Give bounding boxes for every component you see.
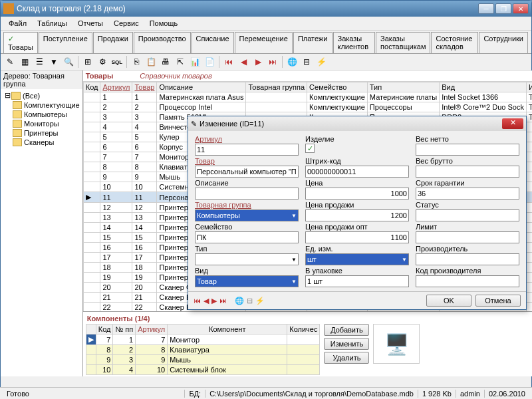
tovar-label: Товар — [195, 157, 299, 166]
vesnetto-input[interactable] — [416, 144, 519, 156]
tree-root[interactable]: ⊟(Все) — [2, 90, 81, 100]
tool-del-icon[interactable]: ⊟ — [300, 55, 313, 68]
menu-tables[interactable]: Таблицы — [32, 18, 72, 29]
kodp-label: Код производителя — [416, 267, 519, 275]
tool-edit-icon[interactable]: ✎ — [3, 55, 17, 68]
tool-print-icon[interactable]: 🖶 — [159, 55, 172, 68]
close-button[interactable]: ✕ — [513, 3, 529, 14]
table-row[interactable]: 10410Системный блок — [86, 365, 320, 375]
tovar-input[interactable] — [195, 166, 299, 178]
tool-paste-icon[interactable]: 📋 — [144, 55, 158, 68]
edit-button[interactable]: Изменить — [324, 338, 369, 350]
column-header[interactable]: Описание — [157, 82, 246, 92]
delete-button[interactable]: Удалить — [324, 352, 369, 364]
tab-stock-state[interactable]: Состояние складов — [431, 32, 478, 53]
tool-filter-icon[interactable]: ☰ — [33, 55, 46, 68]
menu-file[interactable]: Файл — [3, 18, 32, 29]
table-row[interactable]: 11Материнская плата AsusКомплектующиеМат… — [83, 92, 532, 102]
nav-first-icon[interactable]: ⏮ — [194, 297, 201, 305]
vup-input[interactable] — [305, 275, 409, 287]
tab-production[interactable]: Производство — [134, 32, 191, 53]
nav-last-icon[interactable]: ⏭ — [219, 297, 227, 305]
tab-payments[interactable]: Платежи — [293, 32, 332, 53]
titlebar: Склад и торговля (2.18 демо) ─ ❐ ✕ — [1, 1, 531, 17]
dialog-close-button[interactable]: ✕ — [502, 118, 523, 129]
tool-export-icon[interactable]: ⇱ — [174, 55, 187, 68]
tool-last-icon[interactable]: ⏭ — [266, 55, 279, 68]
tab-sales[interactable]: Продажи — [93, 32, 133, 53]
add-button[interactable]: Добавить — [324, 324, 369, 336]
shtrih-input[interactable] — [305, 166, 409, 178]
column-header[interactable]: Семейство — [307, 82, 368, 92]
tool-gear-icon[interactable]: ⚙ — [96, 55, 109, 68]
tree-item[interactable]: Сканеры — [2, 138, 81, 147]
tool-copy-icon[interactable]: ⎘ — [130, 55, 143, 68]
srok-input[interactable] — [416, 188, 519, 200]
column-header[interactable]: Код — [83, 82, 100, 92]
tool-grid-icon[interactable]: ▦ — [18, 55, 31, 68]
table-row[interactable]: 939Мышь — [86, 355, 320, 365]
tool-bolt-icon[interactable]: ⚡ — [315, 55, 328, 68]
nav-del-icon[interactable]: ⊟ — [247, 297, 253, 305]
column-header[interactable]: Вид — [440, 82, 527, 92]
izdelie-checkbox[interactable]: ✓ — [305, 144, 315, 153]
tool-funnel-icon[interactable]: ▼ — [47, 55, 61, 68]
tool-excel-icon[interactable]: ⊞ — [81, 55, 94, 68]
limit-input[interactable] — [416, 231, 519, 243]
table-row[interactable]: 828Клавиатура — [86, 345, 320, 355]
sem-input[interactable] — [195, 231, 299, 243]
tab-writeoff[interactable]: Списание — [192, 32, 234, 53]
tab-goods[interactable]: Товары — [3, 32, 38, 53]
menu-service[interactable]: Сервис — [108, 18, 144, 29]
cenap-input[interactable] — [305, 209, 409, 221]
cancel-button[interactable]: Отмена — [475, 295, 521, 307]
nav-prev-icon[interactable]: ◀ — [203, 297, 209, 305]
column-header[interactable]: Изделие — [526, 82, 532, 92]
tree-item[interactable]: Комплектующие — [2, 100, 81, 110]
nav-bolt-icon[interactable]: ⚡ — [255, 297, 265, 305]
menu-reports[interactable]: Отчеты — [72, 18, 108, 29]
ok-button[interactable]: OK — [426, 295, 471, 307]
tool-report-icon[interactable]: 📄 — [203, 55, 216, 68]
tab-client-orders[interactable]: Заказы клиентов — [333, 32, 376, 53]
ed-select[interactable]: шт▼ — [305, 253, 409, 265]
column-header[interactable]: Тип — [367, 82, 439, 92]
tab-supplier-orders[interactable]: Заказы поставщикам — [376, 32, 430, 53]
artikul-input[interactable] — [195, 144, 299, 156]
tool-add-icon[interactable]: 🌐 — [285, 55, 299, 68]
components-grid[interactable]: Код№ ппАртикулКомпонентКоличес▶717Монито… — [86, 324, 321, 375]
tab-staff[interactable]: Сотрудники — [479, 32, 528, 53]
vid-select[interactable]: Товар▼ — [195, 275, 299, 287]
menu-help[interactable]: Помощь — [144, 18, 184, 29]
opis-input[interactable] — [195, 188, 299, 200]
tree-item[interactable]: Компьютеры — [2, 110, 81, 119]
column-header[interactable]: Товарная группа — [246, 82, 307, 92]
kodp-input[interactable] — [416, 275, 519, 287]
tool-sql-icon[interactable]: SQL — [110, 55, 124, 68]
tool-chart-icon[interactable]: 📊 — [188, 55, 201, 68]
tool-next-icon[interactable]: ▶ — [251, 55, 265, 68]
nav-next-icon[interactable]: ▶ — [211, 297, 217, 305]
table-row[interactable]: ▶717Монитор — [86, 334, 320, 345]
status-input[interactable] — [416, 209, 519, 221]
maximize-button[interactable]: ❐ — [495, 3, 511, 14]
sem-label: Семейство — [195, 223, 299, 231]
column-header[interactable]: Товар — [132, 82, 157, 92]
cenapo-input[interactable] — [305, 231, 409, 243]
tree-item[interactable]: Мониторы — [2, 119, 81, 128]
minimize-button[interactable]: ─ — [478, 3, 494, 14]
vesbrutto-input[interactable] — [416, 166, 519, 178]
nav-globe-icon[interactable]: 🌐 — [235, 297, 244, 305]
cena-input[interactable] — [305, 188, 409, 200]
column-header[interactable]: Артикул — [100, 82, 132, 92]
proizv-input[interactable] — [416, 253, 519, 265]
group-select[interactable]: Компьютеры▼ — [195, 209, 299, 221]
tool-search-icon[interactable]: 🔍 — [62, 55, 75, 68]
tip-select[interactable]: ▼ — [195, 253, 299, 265]
tab-move[interactable]: Перемещение — [235, 32, 293, 53]
tab-receipt[interactable]: Поступление — [39, 32, 92, 53]
table-row[interactable]: 22Процессор IntelКомплектующиеПроцессоры… — [83, 102, 532, 112]
tool-first-icon[interactable]: ⏮ — [222, 55, 235, 68]
tool-prev-icon[interactable]: ◀ — [237, 55, 250, 68]
tree-item[interactable]: Принтеры — [2, 128, 81, 138]
